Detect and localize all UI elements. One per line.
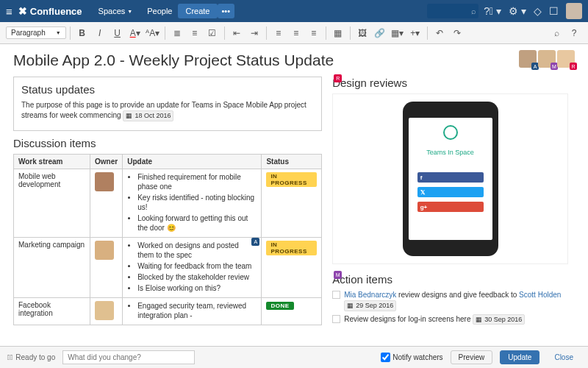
bullet-list-button[interactable]: ≣ — [169, 25, 185, 41]
bold-button[interactable]: B — [74, 25, 90, 41]
top-right: ⌕ ?⃝ ▾ ⚙ ▾ ◇ ☐ — [427, 3, 582, 19]
list-item: Blocked by the stakeholder review — [137, 272, 257, 282]
user-avatar[interactable] — [566, 3, 582, 19]
status-badge: IN PROGRESS — [266, 172, 317, 187]
align-center-button[interactable]: ≡ — [288, 25, 304, 41]
close-button[interactable]: Close — [547, 351, 581, 364]
update-button[interactable]: Update — [500, 350, 539, 364]
more-format-button[interactable]: ᴬA▾ — [145, 25, 161, 41]
table-row: Marketing campaignWorked on designs and … — [14, 237, 322, 297]
insert-button[interactable]: +▾ — [407, 25, 423, 41]
action-item[interactable]: Review designs for log-in screens here ▦… — [332, 314, 568, 325]
number-list-button[interactable]: ≡ — [187, 25, 203, 41]
discussion-table: Work streamOwnerUpdateStatus Mobile web … — [13, 154, 322, 325]
inbox-icon[interactable]: ☐ — [549, 5, 559, 17]
column-header: Work stream — [14, 154, 90, 169]
status-badge: IN PROGRESS — [266, 241, 317, 255]
phone-mockup[interactable]: Teams In Space f 𝕏 g+ — [403, 102, 498, 256]
facebook-button: f — [417, 172, 484, 183]
redo-button[interactable]: ↷ — [449, 25, 465, 41]
collaborator-avatar[interactable]: A — [519, 50, 537, 68]
owner-cell[interactable] — [90, 169, 123, 237]
status-intro[interactable]: The purpose of this page is to provide a… — [21, 100, 314, 121]
help-icon[interactable]: ?⃝ ▾ — [484, 5, 501, 17]
notify-watchers-checkbox[interactable]: Notify watchers — [381, 353, 442, 362]
workstream-cell[interactable]: Mobile web development — [14, 169, 90, 237]
table-button[interactable]: ▦▾ — [390, 25, 406, 41]
date-pill[interactable]: ▦29 Sep 2016 — [344, 300, 396, 311]
link-button[interactable]: 🔗 — [372, 25, 388, 41]
undo-button[interactable]: ↶ — [431, 25, 448, 41]
editor-content: AMR Mobile App 2.0 - Weekly Project Stat… — [0, 44, 588, 346]
update-cell[interactable]: Finished requirement for mobile phase on… — [123, 169, 262, 237]
design-heading: Design reviewsR — [332, 77, 568, 89]
workstream-cell[interactable]: Facebook integration — [14, 297, 90, 325]
find-button[interactable]: ⌕ — [548, 25, 564, 41]
change-comment-input[interactable] — [62, 350, 195, 364]
update-cell[interactable]: Engaged security team, reviewed integrat… — [123, 297, 262, 325]
date-pill[interactable]: ▦18 Oct 2016 — [123, 110, 173, 121]
status-cell[interactable]: DONE — [262, 297, 322, 325]
align-right-button[interactable]: ≡ — [306, 25, 322, 41]
collab-cursor: A — [251, 238, 259, 246]
column-header: Owner — [90, 154, 123, 169]
list-item: Looking forward to getting this out the … — [137, 213, 257, 233]
chevron-down-icon: ▼ — [127, 9, 132, 14]
preview-button[interactable]: Preview — [451, 350, 493, 364]
confluence-icon: ✖ — [18, 5, 27, 17]
owner-cell[interactable] — [90, 297, 123, 325]
help-button[interactable]: ? — [566, 25, 582, 41]
update-cell[interactable]: Worked on designs and posted them to the… — [123, 237, 262, 297]
google-button: g+ — [417, 202, 484, 212]
align-left-button[interactable]: ≡ — [270, 25, 287, 41]
menu-icon[interactable]: ≡ — [6, 5, 12, 18]
layout-button[interactable]: ▦ — [330, 25, 346, 41]
list-item: Worked on designs and posted them to the… — [137, 241, 257, 260]
action-item[interactable]: Mia Bednarczyk review designs and give f… — [332, 290, 568, 311]
underline-button[interactable]: U — [110, 25, 126, 41]
product-name: Confluence — [30, 6, 82, 17]
collaborator-avatar[interactable]: R — [557, 50, 575, 68]
column-header: Status — [262, 154, 322, 169]
twitter-button: 𝕏 — [417, 187, 484, 197]
product-logo[interactable]: ✖Confluence — [18, 5, 82, 17]
calendar-icon: ▦ — [126, 111, 132, 121]
more-button[interactable]: ••• — [218, 4, 235, 18]
create-button[interactable]: Create — [178, 4, 217, 18]
owner-cell[interactable] — [90, 237, 123, 297]
paragraph-select[interactable]: Paragraph▼ — [6, 26, 66, 39]
top-nav: Spaces▼ People — [93, 4, 179, 18]
collaborators: AMR — [519, 50, 575, 68]
date-pill[interactable]: ▦30 Sep 2016 — [473, 314, 525, 325]
list-item: Key risks identified - noting blocking u… — [137, 193, 257, 212]
indent-button[interactable]: ⇥ — [246, 25, 262, 41]
collab-cursor: M — [334, 271, 342, 279]
list-item: Finished requirement for mobile phase on… — [137, 172, 257, 191]
status-badge: DONE — [266, 302, 293, 310]
text-color-button[interactable]: A▾ — [127, 25, 143, 41]
top-bar: ≡ ✖Confluence Spaces▼ People Create ••• … — [0, 0, 588, 22]
task-list-button[interactable]: ☑ — [204, 25, 220, 41]
list-item: Waiting for feedback from the team — [137, 261, 257, 271]
app-logo-icon — [443, 125, 458, 140]
nav-people[interactable]: People — [141, 4, 178, 18]
settings-icon[interactable]: ⚙ ▾ — [509, 5, 526, 17]
notifications-icon[interactable]: ◇ — [534, 5, 542, 17]
collaborator-avatar[interactable]: M — [538, 50, 556, 68]
italic-button[interactable]: I — [92, 25, 108, 41]
checkbox-icon[interactable] — [332, 291, 340, 299]
outdent-button[interactable]: ⇤ — [229, 25, 245, 41]
user-mention[interactable]: Scott Holden — [519, 291, 561, 299]
chevron-down-icon: ▼ — [56, 30, 61, 35]
checkbox-icon[interactable] — [332, 315, 340, 323]
workstream-cell[interactable]: Marketing campaign — [14, 237, 90, 297]
status-cell[interactable]: IN PROGRESS — [262, 237, 322, 297]
calendar-icon: ▦ — [347, 301, 354, 311]
user-mention[interactable]: Mia Bednarczyk — [344, 291, 396, 299]
editor-toolbar: Paragraph▼ B I U A▾ ᴬA▾ ≣ ≡ ☑ ⇤ ⇥ ≡ ≡ ≡ … — [0, 22, 588, 44]
nav-spaces[interactable]: Spaces▼ — [93, 4, 139, 18]
page-title[interactable]: Mobile App 2.0 - Weekly Project Status U… — [13, 52, 575, 69]
status-cell[interactable]: IN PROGRESS — [262, 169, 322, 237]
column-header: Update — [123, 154, 262, 169]
image-button[interactable]: 🖼 — [354, 25, 370, 41]
